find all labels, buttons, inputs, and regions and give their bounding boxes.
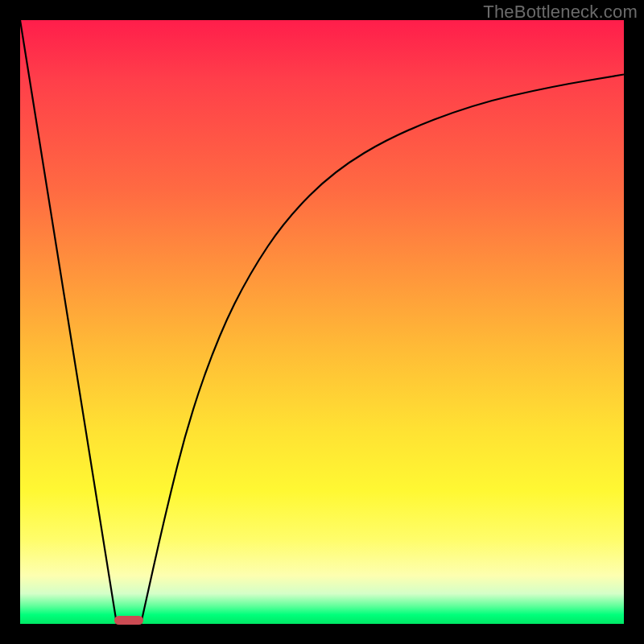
chart-frame: TheBottleneck.com — [0, 0, 644, 644]
optimal-marker — [114, 616, 143, 625]
watermark-text: TheBottleneck.com — [483, 2, 638, 23]
plot-gradient-background — [20, 20, 624, 624]
